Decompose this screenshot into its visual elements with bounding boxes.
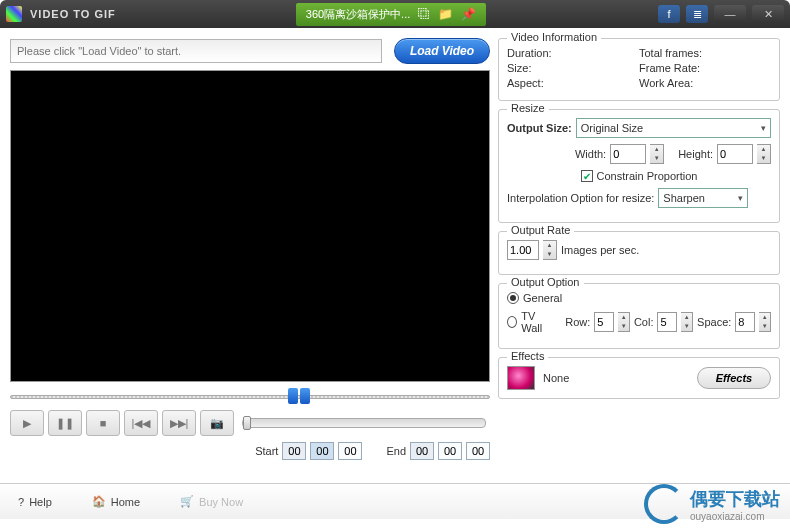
titlebar: VIDEO TO GIF 360隔离沙箱保护中... ⿻ 📁 📌 f ≣ — ✕	[0, 0, 790, 28]
row-spinner[interactable]: ▲▼	[618, 312, 630, 332]
aspect-label: Aspect:	[507, 77, 639, 89]
work-area-label: Work Area:	[639, 77, 771, 89]
output-option-group: Output Option General TV Wall Row: ▲▼ Co…	[498, 283, 780, 349]
effect-value: None	[543, 372, 569, 384]
home-icon: 🏠	[92, 495, 106, 508]
space-input[interactable]	[735, 312, 755, 332]
output-size-select[interactable]: Original Size▾	[576, 118, 771, 138]
chevron-down-icon: ▾	[738, 193, 743, 203]
frame-rate-label: Frame Rate:	[639, 62, 771, 74]
range-end-handle[interactable]	[300, 388, 310, 404]
sandbox-label: 360隔离沙箱保护中...	[306, 7, 411, 22]
end-time-label: End	[386, 445, 406, 457]
col-input[interactable]	[657, 312, 677, 332]
prev-frame-button[interactable]: |◀◀	[124, 410, 158, 436]
video-preview	[10, 70, 490, 382]
snapshot-button[interactable]: 📷	[200, 410, 234, 436]
effect-thumbnail-icon	[507, 366, 535, 390]
tvwall-label: TV Wall	[521, 310, 552, 334]
stop-button[interactable]: ■	[86, 410, 120, 436]
end-hh[interactable]	[410, 442, 434, 460]
output-rate-group: Output Rate ▲▼ Images per sec.	[498, 231, 780, 275]
app-logo-icon	[6, 6, 22, 22]
tvwall-radio[interactable]	[507, 316, 517, 328]
output-option-title: Output Option	[507, 276, 584, 288]
end-ss[interactable]	[466, 442, 490, 460]
buy-link[interactable]: 🛒Buy Now	[180, 495, 243, 508]
width-label: Width:	[575, 148, 606, 160]
chevron-down-icon: ▾	[761, 123, 766, 133]
height-label: Height:	[678, 148, 713, 160]
pause-button[interactable]: ❚❚	[48, 410, 82, 436]
space-spinner[interactable]: ▲▼	[759, 312, 771, 332]
range-slider[interactable]	[10, 388, 490, 406]
help-icon: ?	[18, 496, 24, 508]
constrain-checkbox[interactable]: ✔	[581, 170, 593, 182]
app-title: VIDEO TO GIF	[30, 8, 116, 20]
video-info-group: Video Information Duration:Total frames:…	[498, 38, 780, 101]
load-video-button[interactable]: Load Video	[394, 38, 490, 64]
help-link[interactable]: ?Help	[18, 496, 52, 508]
start-mm[interactable]	[310, 442, 334, 460]
col-spinner[interactable]: ▲▼	[681, 312, 693, 332]
sandbox-folder-icon[interactable]: 📁	[438, 7, 453, 21]
rate-spinner[interactable]: ▲▼	[543, 240, 557, 260]
height-spinner[interactable]: ▲▼	[757, 144, 771, 164]
interp-select[interactable]: Sharpen▾	[658, 188, 748, 208]
interp-label: Interpolation Option for resize:	[507, 192, 654, 204]
general-radio[interactable]	[507, 292, 519, 304]
resize-group: Resize Output Size: Original Size▾ Width…	[498, 109, 780, 223]
range-start-handle[interactable]	[288, 388, 298, 404]
width-input[interactable]	[610, 144, 646, 164]
next-frame-button[interactable]: ▶▶|	[162, 410, 196, 436]
seek-thumb[interactable]	[243, 416, 251, 430]
sandbox-badge: 360隔离沙箱保护中... ⿻ 📁 📌	[296, 3, 487, 26]
duration-label: Duration:	[507, 47, 639, 59]
facebook-button[interactable]: f	[658, 5, 680, 23]
minimize-button[interactable]: —	[714, 5, 746, 23]
end-mm[interactable]	[438, 442, 462, 460]
close-button[interactable]: ✕	[752, 5, 784, 23]
footer: ?Help 🏠Home 🛒Buy Now	[0, 483, 790, 519]
rate-unit-label: Images per sec.	[561, 244, 639, 256]
effects-group: Effects None Effects	[498, 357, 780, 399]
list-button[interactable]: ≣	[686, 5, 708, 23]
resize-title: Resize	[507, 102, 549, 114]
effects-button[interactable]: Effects	[697, 367, 771, 389]
general-label: General	[523, 292, 562, 304]
video-info-title: Video Information	[507, 31, 601, 43]
output-rate-title: Output Rate	[507, 224, 574, 236]
video-path-input[interactable]	[10, 39, 382, 63]
width-spinner[interactable]: ▲▼	[650, 144, 664, 164]
sandbox-copy-icon[interactable]: ⿻	[418, 7, 430, 21]
sandbox-pin-icon[interactable]: 📌	[461, 7, 476, 21]
height-input[interactable]	[717, 144, 753, 164]
seek-bar[interactable]	[242, 418, 486, 428]
constrain-label: Constrain Proportion	[597, 170, 698, 182]
start-ss[interactable]	[338, 442, 362, 460]
size-label: Size:	[507, 62, 639, 74]
space-label: Space:	[697, 316, 731, 328]
effects-title: Effects	[507, 350, 548, 362]
start-time-label: Start	[255, 445, 278, 457]
row-input[interactable]	[594, 312, 614, 332]
col-label: Col:	[634, 316, 654, 328]
output-size-label: Output Size:	[507, 122, 572, 134]
home-link[interactable]: 🏠Home	[92, 495, 140, 508]
rate-input[interactable]	[507, 240, 539, 260]
total-frames-label: Total frames:	[639, 47, 771, 59]
cart-icon: 🛒	[180, 495, 194, 508]
play-button[interactable]: ▶	[10, 410, 44, 436]
start-hh[interactable]	[282, 442, 306, 460]
row-label: Row:	[565, 316, 590, 328]
